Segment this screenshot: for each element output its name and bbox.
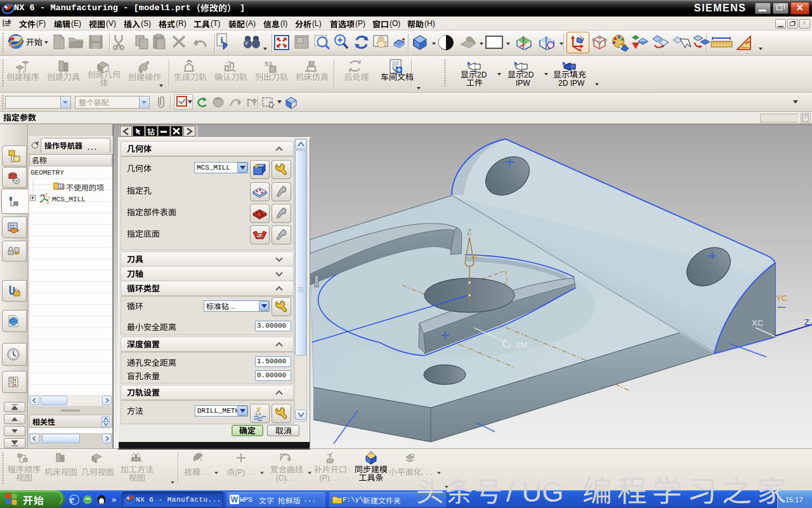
svg-text:M: M [471,253,477,260]
svg-text:s: s [60,184,62,189]
svg-text:W: W [231,495,239,504]
svg-text:YC: YC [776,293,787,303]
svg-text:x: x [47,201,49,205]
svg-text:Z: Z [467,228,471,237]
svg-text:i: i [220,35,223,45]
svg-text:XC: XC [752,318,763,328]
svg-text:Z: Z [804,318,809,327]
svg-text:XM..: XM.. [515,340,532,350]
svg-text:Y: Y [48,196,51,200]
